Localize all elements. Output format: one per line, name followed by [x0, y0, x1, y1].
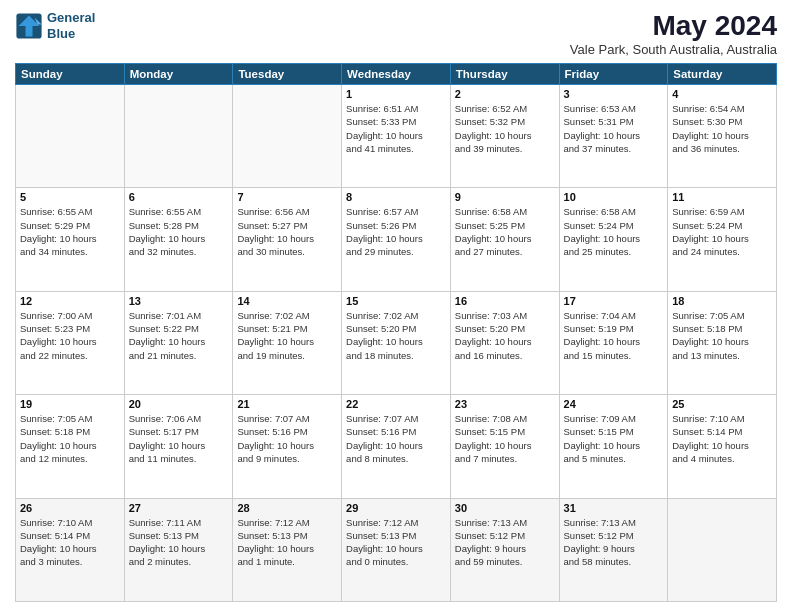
- calendar-table: SundayMondayTuesdayWednesdayThursdayFrid…: [15, 63, 777, 602]
- calendar-cell: 31Sunrise: 7:13 AM Sunset: 5:12 PM Dayli…: [559, 498, 668, 601]
- day-number: 21: [237, 398, 337, 410]
- header: General Blue May 2024 Vale Park, South A…: [15, 10, 777, 57]
- day-number: 11: [672, 191, 772, 203]
- day-number: 20: [129, 398, 229, 410]
- day-info: Sunrise: 7:10 AM Sunset: 5:14 PM Dayligh…: [672, 412, 772, 465]
- subtitle: Vale Park, South Australia, Australia: [570, 42, 777, 57]
- calendar-week-5: 26Sunrise: 7:10 AM Sunset: 5:14 PM Dayli…: [16, 498, 777, 601]
- calendar-week-3: 12Sunrise: 7:00 AM Sunset: 5:23 PM Dayli…: [16, 291, 777, 394]
- day-number: 3: [564, 88, 664, 100]
- day-number: 31: [564, 502, 664, 514]
- day-number: 30: [455, 502, 555, 514]
- calendar-cell: [124, 85, 233, 188]
- calendar-cell: 21Sunrise: 7:07 AM Sunset: 5:16 PM Dayli…: [233, 395, 342, 498]
- day-info: Sunrise: 6:51 AM Sunset: 5:33 PM Dayligh…: [346, 102, 446, 155]
- day-info: Sunrise: 7:12 AM Sunset: 5:13 PM Dayligh…: [237, 516, 337, 569]
- day-number: 25: [672, 398, 772, 410]
- calendar-cell: 1Sunrise: 6:51 AM Sunset: 5:33 PM Daylig…: [342, 85, 451, 188]
- logo-line2: Blue: [47, 26, 75, 41]
- calendar-cell: 4Sunrise: 6:54 AM Sunset: 5:30 PM Daylig…: [668, 85, 777, 188]
- day-info: Sunrise: 6:52 AM Sunset: 5:32 PM Dayligh…: [455, 102, 555, 155]
- day-info: Sunrise: 7:12 AM Sunset: 5:13 PM Dayligh…: [346, 516, 446, 569]
- calendar-cell: 3Sunrise: 6:53 AM Sunset: 5:31 PM Daylig…: [559, 85, 668, 188]
- day-info: Sunrise: 7:05 AM Sunset: 5:18 PM Dayligh…: [20, 412, 120, 465]
- day-number: 17: [564, 295, 664, 307]
- day-info: Sunrise: 7:07 AM Sunset: 5:16 PM Dayligh…: [346, 412, 446, 465]
- calendar-cell: 19Sunrise: 7:05 AM Sunset: 5:18 PM Dayli…: [16, 395, 125, 498]
- day-header-tuesday: Tuesday: [233, 64, 342, 85]
- logo-text: General Blue: [47, 10, 95, 41]
- calendar-cell: 9Sunrise: 6:58 AM Sunset: 5:25 PM Daylig…: [450, 188, 559, 291]
- calendar-cell: 7Sunrise: 6:56 AM Sunset: 5:27 PM Daylig…: [233, 188, 342, 291]
- calendar-cell: 5Sunrise: 6:55 AM Sunset: 5:29 PM Daylig…: [16, 188, 125, 291]
- calendar-cell: 25Sunrise: 7:10 AM Sunset: 5:14 PM Dayli…: [668, 395, 777, 498]
- day-header-monday: Monday: [124, 64, 233, 85]
- day-info: Sunrise: 7:11 AM Sunset: 5:13 PM Dayligh…: [129, 516, 229, 569]
- day-info: Sunrise: 7:08 AM Sunset: 5:15 PM Dayligh…: [455, 412, 555, 465]
- day-number: 16: [455, 295, 555, 307]
- day-number: 7: [237, 191, 337, 203]
- day-number: 6: [129, 191, 229, 203]
- day-info: Sunrise: 7:06 AM Sunset: 5:17 PM Dayligh…: [129, 412, 229, 465]
- day-info: Sunrise: 7:04 AM Sunset: 5:19 PM Dayligh…: [564, 309, 664, 362]
- calendar-cell: 20Sunrise: 7:06 AM Sunset: 5:17 PM Dayli…: [124, 395, 233, 498]
- day-info: Sunrise: 6:58 AM Sunset: 5:24 PM Dayligh…: [564, 205, 664, 258]
- day-info: Sunrise: 6:53 AM Sunset: 5:31 PM Dayligh…: [564, 102, 664, 155]
- day-info: Sunrise: 6:56 AM Sunset: 5:27 PM Dayligh…: [237, 205, 337, 258]
- calendar-cell: 10Sunrise: 6:58 AM Sunset: 5:24 PM Dayli…: [559, 188, 668, 291]
- calendar-cell: [668, 498, 777, 601]
- day-number: 19: [20, 398, 120, 410]
- calendar-cell: 8Sunrise: 6:57 AM Sunset: 5:26 PM Daylig…: [342, 188, 451, 291]
- calendar-cell: 30Sunrise: 7:13 AM Sunset: 5:12 PM Dayli…: [450, 498, 559, 601]
- day-info: Sunrise: 6:55 AM Sunset: 5:29 PM Dayligh…: [20, 205, 120, 258]
- calendar-week-4: 19Sunrise: 7:05 AM Sunset: 5:18 PM Dayli…: [16, 395, 777, 498]
- day-info: Sunrise: 7:09 AM Sunset: 5:15 PM Dayligh…: [564, 412, 664, 465]
- day-number: 12: [20, 295, 120, 307]
- day-header-thursday: Thursday: [450, 64, 559, 85]
- day-number: 18: [672, 295, 772, 307]
- day-info: Sunrise: 7:02 AM Sunset: 5:20 PM Dayligh…: [346, 309, 446, 362]
- day-info: Sunrise: 7:13 AM Sunset: 5:12 PM Dayligh…: [564, 516, 664, 569]
- day-number: 2: [455, 88, 555, 100]
- day-number: 9: [455, 191, 555, 203]
- day-info: Sunrise: 7:00 AM Sunset: 5:23 PM Dayligh…: [20, 309, 120, 362]
- calendar-cell: 12Sunrise: 7:00 AM Sunset: 5:23 PM Dayli…: [16, 291, 125, 394]
- calendar-cell: 16Sunrise: 7:03 AM Sunset: 5:20 PM Dayli…: [450, 291, 559, 394]
- calendar-cell: 2Sunrise: 6:52 AM Sunset: 5:32 PM Daylig…: [450, 85, 559, 188]
- day-number: 27: [129, 502, 229, 514]
- calendar-cell: 22Sunrise: 7:07 AM Sunset: 5:16 PM Dayli…: [342, 395, 451, 498]
- logo: General Blue: [15, 10, 95, 41]
- day-info: Sunrise: 6:58 AM Sunset: 5:25 PM Dayligh…: [455, 205, 555, 258]
- day-number: 26: [20, 502, 120, 514]
- day-number: 22: [346, 398, 446, 410]
- day-info: Sunrise: 6:55 AM Sunset: 5:28 PM Dayligh…: [129, 205, 229, 258]
- main-title: May 2024: [570, 10, 777, 42]
- calendar-cell: 6Sunrise: 6:55 AM Sunset: 5:28 PM Daylig…: [124, 188, 233, 291]
- day-header-wednesday: Wednesday: [342, 64, 451, 85]
- calendar-cell: 11Sunrise: 6:59 AM Sunset: 5:24 PM Dayli…: [668, 188, 777, 291]
- day-info: Sunrise: 7:05 AM Sunset: 5:18 PM Dayligh…: [672, 309, 772, 362]
- calendar-cell: 17Sunrise: 7:04 AM Sunset: 5:19 PM Dayli…: [559, 291, 668, 394]
- calendar-week-1: 1Sunrise: 6:51 AM Sunset: 5:33 PM Daylig…: [16, 85, 777, 188]
- calendar-week-2: 5Sunrise: 6:55 AM Sunset: 5:29 PM Daylig…: [16, 188, 777, 291]
- calendar-cell: 15Sunrise: 7:02 AM Sunset: 5:20 PM Dayli…: [342, 291, 451, 394]
- day-info: Sunrise: 6:59 AM Sunset: 5:24 PM Dayligh…: [672, 205, 772, 258]
- calendar-cell: 13Sunrise: 7:01 AM Sunset: 5:22 PM Dayli…: [124, 291, 233, 394]
- calendar-cell: [233, 85, 342, 188]
- calendar-cell: 24Sunrise: 7:09 AM Sunset: 5:15 PM Dayli…: [559, 395, 668, 498]
- day-number: 24: [564, 398, 664, 410]
- calendar-cell: 28Sunrise: 7:12 AM Sunset: 5:13 PM Dayli…: [233, 498, 342, 601]
- day-number: 29: [346, 502, 446, 514]
- day-info: Sunrise: 7:02 AM Sunset: 5:21 PM Dayligh…: [237, 309, 337, 362]
- calendar-cell: 26Sunrise: 7:10 AM Sunset: 5:14 PM Dayli…: [16, 498, 125, 601]
- day-number: 1: [346, 88, 446, 100]
- day-info: Sunrise: 6:54 AM Sunset: 5:30 PM Dayligh…: [672, 102, 772, 155]
- page: General Blue May 2024 Vale Park, South A…: [0, 0, 792, 612]
- day-number: 4: [672, 88, 772, 100]
- day-info: Sunrise: 7:07 AM Sunset: 5:16 PM Dayligh…: [237, 412, 337, 465]
- day-info: Sunrise: 7:10 AM Sunset: 5:14 PM Dayligh…: [20, 516, 120, 569]
- title-block: May 2024 Vale Park, South Australia, Aus…: [570, 10, 777, 57]
- day-number: 13: [129, 295, 229, 307]
- day-info: Sunrise: 7:01 AM Sunset: 5:22 PM Dayligh…: [129, 309, 229, 362]
- calendar-header-row: SundayMondayTuesdayWednesdayThursdayFrid…: [16, 64, 777, 85]
